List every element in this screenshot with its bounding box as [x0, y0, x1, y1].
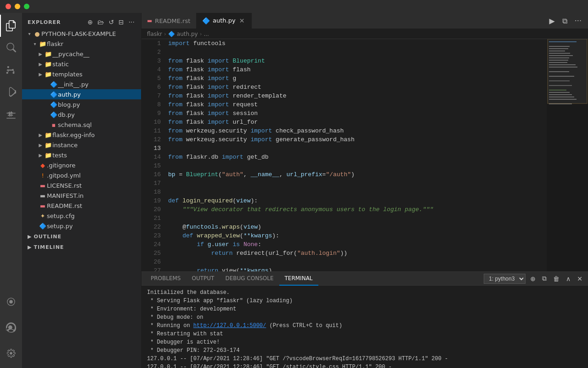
- search-activity-icon[interactable]: [0, 37, 22, 59]
- timeline-section[interactable]: ▶ TIMELINE: [22, 242, 141, 252]
- tree-gitignore[interactable]: ◆ .gitignore: [22, 160, 141, 170]
- ln20: 20: [141, 205, 161, 214]
- split-terminal-icon[interactable]: ⧉: [540, 274, 548, 283]
- new-terminal-icon[interactable]: ⊕: [528, 274, 537, 283]
- more-actions-icon[interactable]: ···: [128, 17, 136, 27]
- arrow-tests: ▶: [37, 153, 44, 158]
- code-line-15: [168, 161, 547, 170]
- gitignore-label: .gitignore: [47, 162, 141, 169]
- ln4: 4: [141, 65, 161, 74]
- breadcrumb: flaskr › 🔷 auth.py › ...: [141, 29, 588, 39]
- collapse-icon[interactable]: ⊟: [118, 17, 125, 27]
- activity-bar: [0, 13, 22, 368]
- ln3: 3: [141, 57, 161, 65]
- term-line-9: 127.0.0.1 -- [07/Apr/2021 12:28:46] "GET…: [147, 355, 582, 363]
- code-line-24: if g.user is None:: [168, 240, 547, 249]
- ln24: 24: [141, 240, 161, 249]
- panel-up-icon[interactable]: ∧: [564, 274, 572, 283]
- file-icon-auth: 🔷: [50, 91, 58, 98]
- tree-gitpod[interactable]: ! .gitpod.yml: [22, 170, 141, 180]
- blog-label: blog.py: [58, 101, 141, 108]
- refresh-icon[interactable]: ↺: [107, 17, 115, 27]
- tree-init[interactable]: 🔷 __init__.py: [22, 79, 141, 89]
- terminal-selector[interactable]: 1: python3: [484, 274, 526, 284]
- output-tab[interactable]: OUTPUT: [187, 272, 220, 286]
- breadcrumb-more[interactable]: ...: [204, 31, 209, 37]
- sidebar: Explorer ⊕ 🗁 ↺ ⊟ ··· ▾ ● PYTHON-FLASK-EX…: [22, 13, 141, 368]
- server-url[interactable]: http://127.0.0.1:5000/: [193, 322, 266, 329]
- auth-label: auth.py: [58, 91, 141, 98]
- run-button[interactable]: ▶: [546, 15, 557, 27]
- ln5: 5: [141, 74, 161, 83]
- terminal-tab[interactable]: TERMINAL: [279, 272, 318, 286]
- code-line-6: from flask import redirect: [168, 83, 547, 92]
- tree-flaskr[interactable]: ▾ 📁 flaskr: [22, 39, 141, 49]
- tree-egg-info[interactable]: ▶ 📁 flaskr.egg-info: [22, 130, 141, 140]
- tree-manifest[interactable]: ▬ MANIFEST.in: [22, 190, 141, 201]
- source-control-activity-icon[interactable]: [0, 59, 22, 81]
- traffic-light-red[interactable]: [6, 4, 11, 9]
- traffic-light-green[interactable]: [24, 4, 29, 9]
- tree-static[interactable]: ▶ 📁 static: [22, 59, 141, 69]
- tab-close-button[interactable]: ✕: [238, 16, 246, 25]
- tree-templates[interactable]: ▶ 📁 templates: [22, 69, 141, 79]
- code-line-17: [168, 179, 547, 188]
- panel-tab-actions: 1: python3 ⊕ ⧉ 🗑 ∧ ✕: [484, 274, 584, 284]
- tree-schema[interactable]: ▪ schema.sql: [22, 120, 141, 130]
- tree-readme[interactable]: ▬ README.rst: [22, 201, 141, 211]
- new-file-icon[interactable]: ⊕: [86, 17, 94, 27]
- output-label: OUTPUT: [192, 275, 215, 282]
- explorer-activity-icon[interactable]: [0, 15, 22, 37]
- file-icon-blog: 🔷: [50, 101, 58, 108]
- ln1: 1: [141, 39, 161, 48]
- pycache-label: __pycache__: [52, 51, 141, 58]
- outline-section[interactable]: ▶ OUTLINE: [22, 231, 141, 242]
- outline-label: OUTLINE: [34, 234, 62, 240]
- ln7: 7: [141, 92, 161, 100]
- ln23: 23: [141, 231, 161, 240]
- tree-project-root[interactable]: ▾ ● PYTHON-FLASK-EXAMPLE: [22, 29, 141, 39]
- breadcrumb-auth[interactable]: auth.py: [177, 31, 198, 37]
- kill-terminal-icon[interactable]: 🗑: [551, 274, 561, 283]
- tree-setuppy[interactable]: 🔷 setup.py: [22, 221, 141, 231]
- new-folder-icon[interactable]: 🗁: [96, 17, 105, 27]
- more-tab-actions-button[interactable]: ···: [572, 15, 584, 27]
- tab-readme[interactable]: ▬ README.rst: [141, 13, 197, 29]
- panel-close-icon[interactable]: ✕: [575, 274, 584, 283]
- tree-auth[interactable]: 🔷 auth.py: [22, 89, 141, 99]
- problems-tab[interactable]: PROBLEMS: [145, 272, 187, 286]
- tree-tests[interactable]: ▶ 📁 tests: [22, 150, 141, 160]
- tab-readme-label: README.rst: [155, 17, 190, 24]
- settings-activity-icon[interactable]: [0, 342, 22, 364]
- remote-activity-icon[interactable]: [0, 291, 22, 313]
- editor-area: ▬ README.rst 🔷 auth.py ✕ ▶ ⧉ ··· flaskr …: [141, 13, 588, 368]
- tree-instance[interactable]: ▶ 📁 instance: [22, 140, 141, 150]
- account-activity-icon[interactable]: [0, 316, 22, 339]
- breadcrumb-py-icon: 🔷: [168, 31, 175, 37]
- traffic-light-yellow[interactable]: [15, 4, 20, 9]
- breadcrumb-flaskr[interactable]: flaskr: [147, 31, 162, 37]
- file-icon-license: ▬: [39, 182, 47, 189]
- terminal-content[interactable]: Initialized the database. * Serving Flas…: [141, 286, 588, 368]
- code-line-5: from flask import g: [168, 74, 547, 83]
- code-area[interactable]: import functools from flask import Bluep…: [164, 39, 547, 271]
- tree-blog[interactable]: 🔷 blog.py: [22, 99, 141, 109]
- tree-setupcfg[interactable]: ✦ setup.cfg: [22, 211, 141, 221]
- tab-auth-icon: 🔷: [202, 17, 210, 24]
- tree-license[interactable]: ▬ LICENSE.rst: [22, 180, 141, 190]
- tab-auth[interactable]: 🔷 auth.py ✕: [197, 13, 252, 29]
- ln21: 21: [141, 214, 161, 223]
- tree-db[interactable]: 🔷 db.py: [22, 109, 141, 120]
- debug-console-tab[interactable]: DEBUG CONSOLE: [220, 272, 279, 286]
- run-activity-icon[interactable]: [0, 81, 22, 103]
- ln8: 8: [141, 100, 161, 109]
- extensions-activity-icon[interactable]: [0, 103, 22, 125]
- folder-icon-flaskr: 📁: [39, 40, 47, 47]
- split-editor-button[interactable]: ⧉: [560, 15, 570, 27]
- outline-arrow: ▶: [28, 234, 32, 240]
- tab-bar-actions: ▶ ⧉ ···: [546, 13, 588, 29]
- templates-label: templates: [52, 71, 141, 78]
- setupcfg-label: setup.cfg: [47, 213, 141, 219]
- tree-pycache[interactable]: ▶ 📁 __pycache__: [22, 49, 141, 59]
- code-line-19: def login_required(view):: [168, 196, 547, 205]
